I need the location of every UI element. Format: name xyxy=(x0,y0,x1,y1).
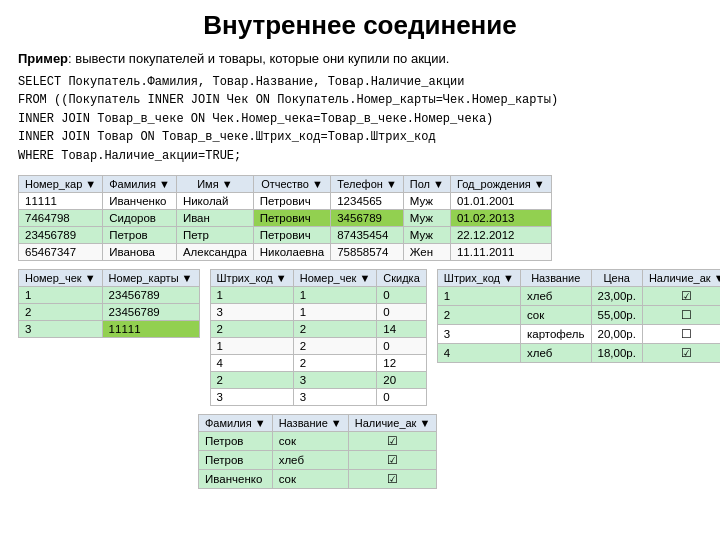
goods-table: Штрих_код ▼НазваниеЦенаНаличие_ак ▼1хлеб… xyxy=(437,269,720,363)
table-header: Скидка xyxy=(377,270,427,287)
check-items-table: Штрих_код ▼Номер_чек ▼Скидка110310221412… xyxy=(210,269,427,406)
table-cell: 11111 xyxy=(102,321,199,338)
checkbox-cell: ☐ xyxy=(642,325,720,344)
table-cell: Александра xyxy=(176,244,253,261)
result-tables-row: Фамилия ▼Название ▼Наличие_ак ▼Петровсок… xyxy=(18,414,702,489)
table-cell: Муж xyxy=(403,227,450,244)
table-header: Штрих_код ▼ xyxy=(210,270,293,287)
table-cell: хлеб xyxy=(520,344,591,363)
table-header: Имя ▼ xyxy=(176,176,253,193)
table-cell: Петрович xyxy=(253,227,330,244)
table-cell: 3 xyxy=(210,389,293,406)
table-header: Номер_кар ▼ xyxy=(19,176,103,193)
table-cell: 18,00р. xyxy=(591,344,642,363)
table-header: Фамилия ▼ xyxy=(199,415,273,432)
table-header: Штрих_код ▼ xyxy=(437,270,520,287)
desc-rest: : вывести покупателей и товары, которые … xyxy=(68,51,449,66)
table-cell: 1 xyxy=(293,304,377,321)
table-cell: Иванченко xyxy=(103,193,177,210)
sql-line: SELECT Покупатель.Фамилия, Товар.Названи… xyxy=(18,73,702,92)
checkbox-cell: ☑ xyxy=(642,344,720,363)
table-row: 7464798СидоровИванПетрович3456789Муж01.0… xyxy=(19,210,552,227)
table-row: 311111 xyxy=(19,321,200,338)
table-row: 4хлеб18,00р.☑ xyxy=(437,344,720,363)
table-cell: 4 xyxy=(210,355,293,372)
table-cell: 4 xyxy=(437,344,520,363)
table-row: 2сок55,00р.☐ xyxy=(437,306,720,325)
table-row: 123456789 xyxy=(19,287,200,304)
page-title: Внутреннее соединение xyxy=(18,10,702,41)
table-cell: 7464798 xyxy=(19,210,103,227)
table-cell: 1 xyxy=(19,287,103,304)
table-header: Год_рождения ▼ xyxy=(450,176,551,193)
table-header: Отчество ▼ xyxy=(253,176,330,193)
table-cell: 22.12.2012 xyxy=(450,227,551,244)
table-cell: 3456789 xyxy=(331,210,404,227)
table-row: 2214 xyxy=(210,321,426,338)
table-cell: 0 xyxy=(377,287,427,304)
table-cell: Петров xyxy=(199,432,273,451)
sql-line: FROM ((Покупатель INNER JOIN Чек ON Поку… xyxy=(18,91,702,110)
table-cell: Николаевна xyxy=(253,244,330,261)
table-cell: 2 xyxy=(210,372,293,389)
desc-bold: Пример xyxy=(18,51,68,66)
table-cell: хлеб xyxy=(272,451,348,470)
table-row: 1хлеб23,00р.☑ xyxy=(437,287,720,306)
table-cell: сок xyxy=(272,470,348,489)
table-cell: Петрович xyxy=(253,193,330,210)
table-cell: Муж xyxy=(403,210,450,227)
table-cell: 0 xyxy=(377,338,427,355)
table-cell: 3 xyxy=(293,372,377,389)
table-header: Фамилия ▼ xyxy=(103,176,177,193)
table-cell: Петров xyxy=(103,227,177,244)
table-cell: Муж xyxy=(403,193,450,210)
table-header: Цена xyxy=(591,270,642,287)
table-cell: 55,00р. xyxy=(591,306,642,325)
table-cell: Николай xyxy=(176,193,253,210)
table-cell: Петров xyxy=(199,451,273,470)
table-cell: 1234565 xyxy=(331,193,404,210)
table-cell: 0 xyxy=(377,304,427,321)
table-cell: Иван xyxy=(176,210,253,227)
table-cell: 2 xyxy=(293,321,377,338)
table-row: Петровхлеб☑ xyxy=(199,451,437,470)
top-tables-row: Номер_кар ▼Фамилия ▼Имя ▼Отчество ▼Телеф… xyxy=(18,175,702,261)
table-cell: 2 xyxy=(293,355,377,372)
table-cell: 0 xyxy=(377,389,427,406)
table-cell: 01.01.2001 xyxy=(450,193,551,210)
sql-code: SELECT Покупатель.Фамилия, Товар.Названи… xyxy=(18,73,702,166)
table-header: Телефон ▼ xyxy=(331,176,404,193)
table-header: Наличие_ак ▼ xyxy=(642,270,720,287)
table-row: 23456789ПетровПетрПетрович87435454Муж22.… xyxy=(19,227,552,244)
table-cell: 1 xyxy=(210,338,293,355)
table-cell: сок xyxy=(272,432,348,451)
table-cell: картофель xyxy=(520,325,591,344)
table-cell: 3 xyxy=(293,389,377,406)
table-cell: 11.11.2011 xyxy=(450,244,551,261)
table-cell: 14 xyxy=(377,321,427,338)
table-cell: 1 xyxy=(293,287,377,304)
middle-tables-row: Номер_чек ▼Номер_карты ▼1234567892234567… xyxy=(18,269,702,406)
table-cell: 12 xyxy=(377,355,427,372)
table-row: Петровсок☑ xyxy=(199,432,437,451)
table-cell: 1 xyxy=(210,287,293,304)
checkbox-cell: ☑ xyxy=(642,287,720,306)
table-cell: 87435454 xyxy=(331,227,404,244)
table-cell: Иванова xyxy=(103,244,177,261)
table-cell: 3 xyxy=(437,325,520,344)
table-cell: 20,00р. xyxy=(591,325,642,344)
table-row: 310 xyxy=(210,304,426,321)
checkbox-cell: ☑ xyxy=(348,451,437,470)
table-row: 4212 xyxy=(210,355,426,372)
table-header: Номер_чек ▼ xyxy=(19,270,103,287)
table-row: 330 xyxy=(210,389,426,406)
table-cell: 3 xyxy=(210,304,293,321)
sql-line: INNER JOIN Товар ON Товар_в_чеке.Штрих_к… xyxy=(18,128,702,147)
sql-line: WHERE Товар.Наличие_акции=TRUE; xyxy=(18,147,702,166)
table-cell: Сидоров xyxy=(103,210,177,227)
table-cell: 2 xyxy=(293,338,377,355)
table-header: Название ▼ xyxy=(272,415,348,432)
table-row: 2320 xyxy=(210,372,426,389)
checkbox-cell: ☑ xyxy=(348,470,437,489)
table-cell: Жен xyxy=(403,244,450,261)
